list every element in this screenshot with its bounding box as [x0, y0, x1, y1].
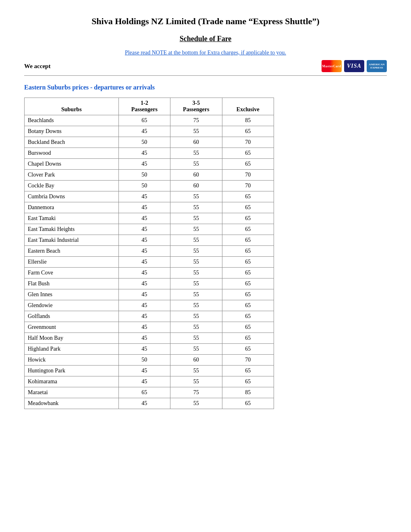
p12-cell: 45 [118, 289, 170, 300]
p35-cell: 55 [170, 278, 222, 289]
table-row: Eastern Beach455565 [25, 246, 274, 257]
exclusive-cell: 65 [222, 300, 274, 311]
p35-cell: 55 [170, 289, 222, 300]
suburb-cell: East Tamaki Heights [25, 224, 119, 235]
p35-cell: 55 [170, 246, 222, 257]
suburb-cell: Glen Innes [25, 289, 119, 300]
suburb-cell: Eastern Beach [25, 246, 119, 257]
table-row: Howick506070 [25, 355, 274, 366]
we-accept-label: We accept [24, 63, 50, 70]
p35-cell: 55 [170, 224, 222, 235]
exclusive-cell: 65 [222, 278, 274, 289]
suburb-cell: Glendowie [25, 300, 119, 311]
section-heading: Eastern Suburbs prices - departures or a… [24, 84, 387, 91]
p12-cell: 45 [118, 257, 170, 268]
exclusive-cell: 85 [222, 115, 274, 126]
table-row: Huntington Park455565 [25, 366, 274, 376]
p35-cell: 60 [170, 170, 222, 181]
table-row: Burswood455565 [25, 148, 274, 159]
suburb-cell: Farm Cove [25, 268, 119, 278]
suburb-cell: Ellerslie [25, 257, 119, 268]
suburb-cell: Howick [25, 355, 119, 366]
exclusive-cell: 65 [222, 398, 274, 409]
schedule-title: Schedule of Fare [24, 35, 387, 43]
p35-cell: 75 [170, 387, 222, 398]
table-row: Meadowbank455565 [25, 398, 274, 409]
suburb-cell: Maraetai [25, 387, 119, 398]
suburb-cell: Greenmount [25, 322, 119, 333]
suburb-cell: Highland Park [25, 344, 119, 355]
table-row: Buckland Beach506070 [25, 137, 274, 148]
table-row: Golflands455565 [25, 311, 274, 322]
suburb-cell: Cockle Bay [25, 181, 119, 191]
note-link[interactable]: Please read NOTE at the bottom for Extra… [24, 50, 387, 56]
fare-table: Suburbs 1-2 Passengers 3-5 Passengers Ex… [24, 98, 274, 409]
header-exclusive: Exclusive [222, 98, 274, 115]
suburb-cell: Flat Bush [25, 278, 119, 289]
we-accept-row: We accept MasterCard VISA AMERICANEXPRES… [24, 60, 387, 76]
table-row: Greenmount455565 [25, 322, 274, 333]
exclusive-cell: 65 [222, 289, 274, 300]
suburb-cell: Cumbria Downs [25, 191, 119, 202]
exclusive-cell: 65 [222, 268, 274, 278]
p35-cell: 55 [170, 257, 222, 268]
suburb-cell: Dannemora [25, 202, 119, 213]
p12-cell: 45 [118, 213, 170, 224]
suburb-cell: Meadowbank [25, 398, 119, 409]
suburb-cell: Clover Park [25, 170, 119, 181]
p35-cell: 55 [170, 159, 222, 170]
suburb-cell: Kohimarama [25, 376, 119, 387]
table-row: Cockle Bay506070 [25, 181, 274, 191]
p12-cell: 45 [118, 191, 170, 202]
table-row: Glen Innes455565 [25, 289, 274, 300]
exclusive-cell: 65 [222, 191, 274, 202]
p35-cell: 55 [170, 235, 222, 246]
p12-cell: 45 [118, 366, 170, 376]
table-row: Botany Downs455565 [25, 126, 274, 137]
exclusive-cell: 65 [222, 376, 274, 387]
table-row: East Tamaki Heights455565 [25, 224, 274, 235]
table-row: Beachlands657585 [25, 115, 274, 126]
table-row: Maraetai657585 [25, 387, 274, 398]
exclusive-cell: 65 [222, 126, 274, 137]
exclusive-cell: 70 [222, 137, 274, 148]
table-row: Clover Park506070 [25, 170, 274, 181]
p35-cell: 55 [170, 202, 222, 213]
exclusive-cell: 70 [222, 170, 274, 181]
amex-icon: AMERICANEXPRESS [367, 60, 387, 72]
p12-cell: 50 [118, 181, 170, 191]
table-row: Farm Cove455565 [25, 268, 274, 278]
p35-cell: 60 [170, 181, 222, 191]
table-row: Glendowie455565 [25, 300, 274, 311]
p12-cell: 50 [118, 137, 170, 148]
exclusive-cell: 65 [222, 202, 274, 213]
suburb-cell: Beachlands [25, 115, 119, 126]
header-1-2: 1-2 Passengers [118, 98, 170, 115]
exclusive-cell: 70 [222, 355, 274, 366]
table-row: Flat Bush455565 [25, 278, 274, 289]
exclusive-cell: 65 [222, 344, 274, 355]
p35-cell: 60 [170, 355, 222, 366]
header-suburb: Suburbs [25, 98, 119, 115]
p35-cell: 55 [170, 344, 222, 355]
suburb-cell: Chapel Downs [25, 159, 119, 170]
p12-cell: 45 [118, 311, 170, 322]
p12-cell: 50 [118, 355, 170, 366]
visa-icon: VISA [344, 60, 364, 72]
p35-cell: 55 [170, 398, 222, 409]
exclusive-cell: 65 [222, 148, 274, 159]
p35-cell: 55 [170, 300, 222, 311]
card-icons: MasterCard VISA AMERICANEXPRESS [322, 60, 387, 72]
p12-cell: 45 [118, 300, 170, 311]
table-row: Ellerslie455565 [25, 257, 274, 268]
exclusive-cell: 70 [222, 181, 274, 191]
p12-cell: 45 [118, 344, 170, 355]
p12-cell: 45 [118, 333, 170, 344]
p12-cell: 45 [118, 376, 170, 387]
p12-cell: 45 [118, 126, 170, 137]
exclusive-cell: 65 [222, 257, 274, 268]
table-row: Highland Park455565 [25, 344, 274, 355]
exclusive-cell: 65 [222, 235, 274, 246]
header-3-5: 3-5 Passengers [170, 98, 222, 115]
suburb-cell: Half Moon Bay [25, 333, 119, 344]
